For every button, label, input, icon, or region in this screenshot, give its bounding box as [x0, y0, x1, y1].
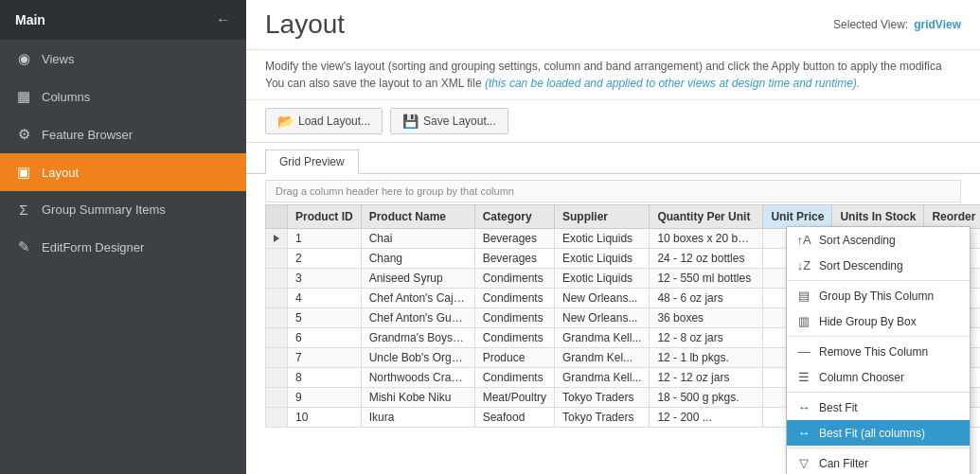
row-indicator — [266, 308, 288, 328]
context-menu-col-chooser[interactable]: ☰ Column Chooser — [787, 364, 970, 390]
row-arrow-icon — [274, 235, 279, 242]
cell-quantity: 12 - 1 lb pkgs. — [650, 348, 763, 368]
col-chooser-icon: ☰ — [796, 370, 811, 384]
cell-quantity: 48 - 6 oz jars — [650, 289, 763, 308]
sidebar-header: Main ← — [0, 0, 246, 40]
cell-category: Condiments — [474, 269, 554, 289]
save-layout-button[interactable]: 💾 Save Layout... — [390, 108, 508, 134]
cell-quantity: 10 boxes x 20 bags — [650, 229, 763, 249]
cell-product-id: 1 — [288, 229, 362, 249]
sidebar-item-label: Group Summary Items — [42, 202, 166, 217]
description: Modify the view's layout (sorting and gr… — [246, 50, 980, 100]
col-header-units-in-stock[interactable]: Units In Stock — [832, 205, 924, 229]
row-indicator — [266, 388, 288, 408]
sidebar-item-label: EditForm Designer — [42, 240, 144, 255]
cell-supplier: Grandma Kell... — [555, 368, 650, 388]
cell-product-name: Ikura — [361, 408, 474, 428]
row-indicator — [266, 348, 288, 368]
context-menu: ↑A Sort Ascending ↓Z Sort Descending ▤ G… — [786, 226, 971, 474]
cell-supplier: Tokyo Traders — [555, 388, 650, 408]
drag-hint: Drag a column header here to group by th… — [265, 180, 961, 202]
cell-product-id: 9 — [288, 388, 362, 408]
context-menu-col-chooser-label: Column Chooser — [819, 371, 904, 384]
sidebar-item-layout[interactable]: ▣ Layout — [0, 153, 246, 191]
grid-header-row: Product ID Product Name Category Supplie… — [266, 205, 981, 229]
context-menu-best-fit-all[interactable]: ↔ Best Fit (all columns) — [787, 420, 970, 446]
sigma-icon: Σ — [15, 202, 32, 218]
cell-supplier: New Orleans... — [555, 308, 650, 328]
context-menu-best-fit-all-label: Best Fit (all columns) — [819, 427, 925, 440]
tab-bar: Grid Preview — [246, 143, 980, 174]
context-menu-can-filter[interactable]: ▽ Can Filter — [787, 450, 970, 474]
context-menu-remove-col[interactable]: — Remove This Column — [787, 339, 970, 364]
context-menu-best-fit-label: Best Fit — [819, 401, 858, 414]
layout-icon: ▣ — [15, 164, 32, 181]
tab-grid-preview[interactable]: Grid Preview — [265, 149, 359, 174]
cell-supplier: New Orleans... — [555, 289, 650, 308]
edit-icon: ✎ — [15, 238, 32, 255]
sort-asc-icon: ↑A — [796, 233, 811, 247]
cell-product-name: Aniseed Syrup — [361, 269, 474, 289]
cell-product-name: Mishi Kobe Niku — [361, 388, 474, 408]
context-menu-group-by-col[interactable]: ▤ Group By This Column — [787, 283, 970, 308]
save-icon: 💾 — [402, 114, 419, 129]
sidebar-item-group-summary[interactable]: Σ Group Summary Items — [0, 191, 246, 228]
desc-line2-italic: (this can be loaded and applied to other… — [485, 77, 860, 90]
sidebar-item-feature-browser[interactable]: ⚙ Feature Browser — [0, 115, 246, 153]
col-header-product-name[interactable]: Product Name — [361, 205, 474, 229]
sidebar-item-label: Feature Browser — [42, 128, 133, 142]
cell-category: Condiments — [474, 289, 554, 308]
context-menu-best-fit[interactable]: ↔ Best Fit — [787, 395, 970, 420]
desc-line1: Modify the view's layout (sorting and gr… — [265, 58, 961, 75]
col-header-reorder[interactable]: Reorder — [924, 205, 980, 229]
gear-icon: ⚙ — [15, 126, 32, 143]
cell-supplier: Grandma Kell... — [555, 328, 650, 348]
context-menu-sort-desc[interactable]: ↓Z Sort Descending — [787, 253, 970, 278]
hide-group-box-icon: ▥ — [796, 314, 811, 328]
menu-separator — [787, 392, 970, 393]
cell-product-name: Chef Anton's Gum... — [361, 308, 474, 328]
sidebar-item-columns[interactable]: ▦ Columns — [0, 78, 246, 115]
context-menu-can-filter-label: Can Filter — [819, 457, 868, 470]
cell-category: Produce — [474, 348, 554, 368]
back-arrow-icon[interactable]: ← — [216, 11, 231, 28]
menu-separator — [787, 448, 970, 448]
cell-product-name: Chef Anton's Caju... — [361, 289, 474, 308]
cell-supplier: Exotic Liquids — [555, 249, 650, 269]
can-filter-icon: ▽ — [796, 456, 811, 470]
cell-quantity: 12 - 550 ml bottles — [650, 269, 763, 289]
row-indicator — [266, 328, 288, 348]
cell-product-id: 5 — [288, 308, 362, 328]
col-header-category[interactable]: Category — [474, 205, 554, 229]
columns-icon: ▦ — [15, 88, 32, 105]
col-header-unit-price[interactable]: Unit Price — [763, 205, 832, 229]
sidebar-item-views[interactable]: ◉ Views — [0, 40, 246, 78]
cell-quantity: 18 - 500 g pkgs. — [650, 388, 763, 408]
col-header-quantity[interactable]: Quantity Per Unit — [650, 205, 763, 229]
cell-product-name: Grandma's Boysen... — [361, 328, 474, 348]
cell-product-id: 4 — [288, 289, 362, 308]
toolbar: 📂 Load Layout... 💾 Save Layout... — [246, 100, 980, 143]
sidebar-item-label: Views — [42, 52, 74, 66]
sidebar-title: Main — [15, 12, 45, 27]
cell-product-id: 2 — [288, 249, 362, 269]
row-indicator — [266, 289, 288, 308]
sidebar-item-editform[interactable]: ✎ EditForm Designer — [0, 228, 246, 266]
selected-view-label: Selected View: — [833, 18, 908, 31]
col-header-product-id[interactable]: Product ID — [288, 205, 362, 229]
menu-separator — [787, 280, 970, 281]
context-menu-hide-group-box[interactable]: ▥ Hide Group By Box — [787, 308, 970, 334]
sidebar: Main ← ◉ Views ▦ Columns ⚙ Feature Brows… — [0, 0, 246, 474]
cell-supplier: Exotic Liquids — [555, 229, 650, 249]
sidebar-item-label: Layout — [42, 166, 79, 180]
group-by-col-icon: ▤ — [796, 289, 811, 303]
col-header-supplier[interactable]: Supplier — [555, 205, 650, 229]
load-layout-button[interactable]: 📂 Load Layout... — [265, 108, 383, 134]
context-menu-sort-asc[interactable]: ↑A Sort Ascending — [787, 227, 970, 253]
cell-quantity: 12 - 8 oz jars — [650, 328, 763, 348]
remove-col-icon: — — [796, 344, 811, 359]
load-layout-label: Load Layout... — [298, 114, 370, 128]
context-menu-hide-group-box-label: Hide Group By Box — [819, 315, 917, 328]
desc-line2-plain: You can also save the layout to an XML f… — [265, 77, 485, 90]
cell-category: Condiments — [474, 308, 554, 328]
